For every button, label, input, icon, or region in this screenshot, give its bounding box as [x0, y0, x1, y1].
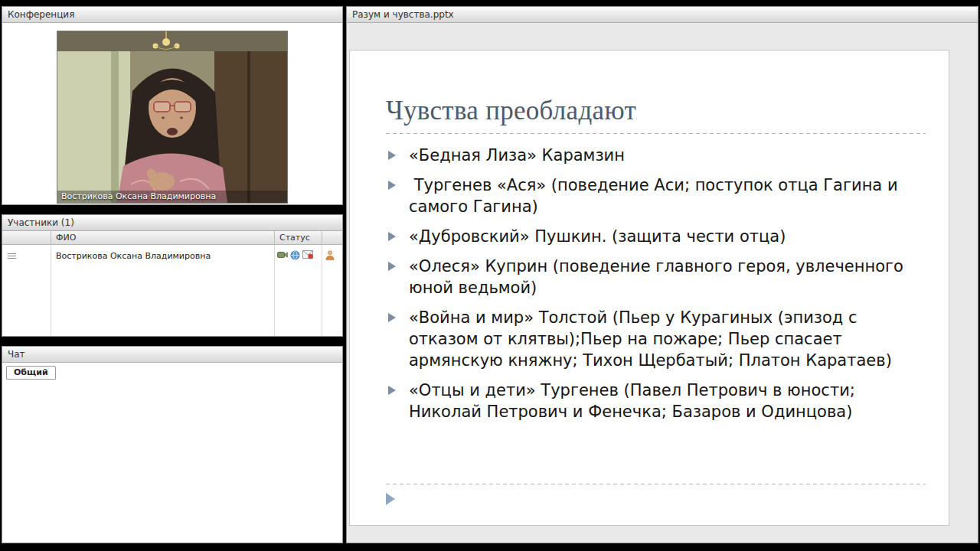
- participants-panel-header: Участники (1): [2, 215, 342, 231]
- slide-title: Чувства преобладают: [386, 96, 926, 126]
- slide-bullet: «Олеся» Куприн (поведение главного героя…: [386, 256, 926, 298]
- video-caption: Вострикова Оксана Владимировна: [57, 191, 287, 203]
- bullet-text: Тургенев «Ася» (поведение Аси; поступок …: [409, 176, 903, 216]
- participants-panel: Участники (1) ФИО Статус Вострикова Окса…: [2, 214, 343, 337]
- bullet-text: «Отцы и дети» Тургенев (Павел Петрович в…: [409, 381, 861, 421]
- presentation-panel: Разум и чувства.pptx Чувства преобладают…: [346, 6, 978, 543]
- title-divider: [386, 133, 926, 134]
- conference-panel-header: Конференция: [2, 7, 342, 23]
- participants-panel-title: Участники (1): [8, 217, 74, 228]
- participants-table-header: ФИО Статус: [2, 231, 342, 245]
- footer-divider: [386, 484, 926, 484]
- mail-status-icon[interactable]: [302, 250, 313, 259]
- footer-bullet-icon: [386, 493, 395, 505]
- network-status-icon[interactable]: [290, 250, 300, 260]
- bullet-icon: [388, 386, 396, 395]
- bullet-text: «Война и мир» Толстой (Пьер у Курагиных …: [409, 308, 892, 370]
- chat-tab-general[interactable]: Общий: [6, 366, 56, 380]
- bullet-text: «Олеся» Куприн (поведение главного героя…: [409, 257, 909, 297]
- bullet-text: «Дубровский» Пушкин. (защита чести отца): [409, 227, 786, 246]
- participant-status-cell: [275, 245, 322, 336]
- slide-bullet: «Отцы и дети» Тургенев (Павел Петрович в…: [386, 380, 926, 422]
- bullet-icon: [388, 232, 396, 241]
- webcam-video-placeholder: [57, 31, 287, 203]
- chat-panel-title: Чат: [8, 349, 25, 360]
- conference-panel-title: Конференция: [8, 9, 74, 20]
- slide-bullet: «Война и мир» Толстой (Пьер у Курагиных …: [386, 307, 926, 371]
- participant-handle-cell: [2, 245, 51, 336]
- slide-bullet-list: «Бедная Лиза» Карамзин Тургенев «Ася» (п…: [386, 145, 926, 422]
- participants-table: ФИО Статус Вострикова Оксана Владимировн…: [2, 231, 342, 336]
- bullet-icon: [388, 313, 396, 322]
- webinar-window: { "conference": { "title": "Конференция"…: [0, 0, 980, 551]
- chat-messages-area: [2, 382, 342, 543]
- slide: Чувства преобладают «Бедная Лиза» Карамз…: [349, 50, 949, 526]
- chat-panel: Чат Общий: [2, 346, 343, 543]
- user-role-icon: [325, 250, 335, 260]
- participant-row[interactable]: Вострикова Оксана Владимировна: [2, 245, 342, 336]
- conference-panel: Конференция: [2, 6, 343, 205]
- presentation-panel-header: Разум и чувства.pptx: [347, 7, 978, 23]
- drag-handle-icon[interactable]: [8, 252, 16, 260]
- participant-name: Вострикова Оксана Владимировна: [51, 245, 275, 336]
- presentation-title: Разум и чувства.pptx: [352, 9, 454, 20]
- webcam-status-icon[interactable]: [277, 250, 288, 259]
- column-status-header: Статус: [275, 231, 322, 244]
- column-name-header: ФИО: [51, 231, 275, 244]
- bullet-text: «Бедная Лиза» Карамзин: [409, 146, 625, 165]
- slide-footer: [386, 484, 926, 505]
- column-handle-header: [2, 231, 51, 244]
- participant-role-cell: [322, 245, 342, 336]
- slide-bullet: «Бедная Лиза» Карамзин: [386, 145, 926, 166]
- bullet-icon: [388, 181, 396, 190]
- webcam-video[interactable]: Вострикова Оксана Владимировна: [57, 31, 288, 204]
- chat-panel-header: Чат: [2, 347, 342, 363]
- column-extra-header: [322, 231, 342, 244]
- slide-bullet: «Дубровский» Пушкин. (защита чести отца): [386, 226, 926, 247]
- slide-bullet: Тургенев «Ася» (поведение Аси; поступок …: [386, 174, 926, 217]
- bullet-icon: [388, 151, 396, 160]
- bullet-icon: [388, 262, 396, 271]
